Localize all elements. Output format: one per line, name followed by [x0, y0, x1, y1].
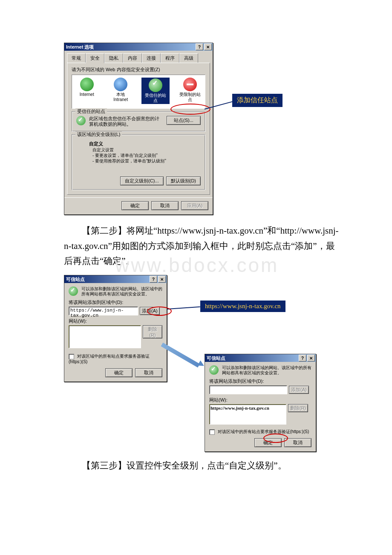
tab-privacy[interactable]: 隐私 — [104, 53, 123, 63]
custom-line2: - 要使用推荐的设置，请单击“默认级别” — [92, 158, 201, 164]
trusted-icon — [149, 78, 162, 92]
globe-icon — [80, 78, 94, 91]
websites-listbox[interactable] — [69, 325, 141, 348]
step3-paragraph: 【第三步】设置控件安全级别，点击“自定义级别”。 — [64, 458, 341, 474]
default-level-button[interactable]: 默认级别(D) — [166, 176, 201, 185]
custom-level-button[interactable]: 自定义级别(C)... — [120, 176, 163, 185]
https-checkbox[interactable] — [69, 354, 74, 359]
sites-button[interactable]: 站点(S)... — [167, 116, 201, 125]
tab-programs[interactable]: 程序 — [161, 53, 179, 63]
ok-button[interactable]: 确定 — [254, 438, 282, 447]
cancel-button[interactable]: 取消 — [135, 368, 162, 377]
trusted-legend: 受信任的站点 — [75, 108, 107, 115]
tab-content[interactable]: 内容 — [123, 53, 142, 63]
close-icon[interactable]: ✕ — [204, 43, 212, 50]
ok-button[interactable]: 确定 — [121, 201, 149, 210]
trusted-desc: 此区域包含您信任不会损害您的计算机或数据的网站。 — [89, 116, 163, 127]
custom-label: 自定义 — [89, 141, 201, 147]
intranet-icon — [114, 78, 127, 91]
security-level-group: 该区域的安全级别(L) 自定义 自定义设置 - 要更改设置，请单击“自定义级别”… — [72, 134, 205, 190]
check-icon — [76, 116, 86, 125]
apply-button[interactable]: 应用(A) — [181, 201, 208, 210]
websites-label: 网站(W): — [69, 318, 162, 324]
zone-local-intranet[interactable]: 本地 Intranet — [108, 78, 134, 104]
check-icon — [209, 365, 219, 375]
trusted-sites-dialog-before: 可信站点 ? ✕ 可以添加和删除该区域的网站。该区域中的所有网站都具有该区域的安… — [64, 275, 167, 382]
zone-restricted-sites[interactable]: 受限制的站 点 — [177, 78, 204, 104]
trusted-desc: 可以添加和删除该区域的网站。该区域中的所有网站都具有该区域的安全设置。 — [81, 286, 162, 297]
websites-listbox[interactable]: https://www.jsnj-n-tax.gov.cn — [209, 404, 286, 425]
close-icon[interactable]: ✕ — [158, 276, 166, 283]
dialog-title: 可信站点 — [66, 276, 85, 283]
internet-options-dialog: Internet 选项 ? ✕ 常规 安全 隐私 内容 连接 程序 高级 请为不… — [64, 43, 213, 215]
help-icon[interactable]: ? — [299, 355, 306, 361]
ok-button[interactable]: 确定 — [105, 368, 133, 377]
trusted-sites-group: 受信任的站点 此区域包含您信任不会损害您的计算机或数据的网站。 站点(S)... — [72, 111, 205, 132]
cancel-button[interactable]: 取消 — [284, 438, 311, 447]
help-icon[interactable]: ? — [150, 276, 157, 283]
zone-list: Internet 本地 Intranet 受信任的站 点 受限制的站 点 — [72, 75, 205, 109]
tab-advanced[interactable]: 高级 — [179, 53, 198, 63]
zone-instruction: 请为不同区域的 Web 内容指定安全设置(Z) — [72, 66, 205, 73]
tab-general[interactable]: 常规 — [67, 53, 86, 63]
dialog-titlebar[interactable]: Internet 选项 ? ✕ — [64, 43, 213, 51]
cancel-button[interactable]: 取消 — [151, 201, 179, 210]
dialog-titlebar[interactable]: 可信站点 ? ✕ — [205, 354, 316, 362]
https-checkbox[interactable] — [209, 429, 215, 435]
step2-paragraph: 【第二步】将网址“https://www.jsnj-n-tax.gov.cn”和… — [64, 223, 341, 269]
add-to-zone-label: 将该网站添加到区域中(D): — [69, 299, 162, 306]
restricted-icon — [183, 78, 197, 91]
add-button[interactable]: 添加(A) — [140, 307, 160, 315]
trusted-sites-dialog-after: 可信站点 ? ✕ 可以添加和删除该区域的网站。该区域中的所有网站都具有该区域的安… — [205, 354, 316, 452]
help-icon[interactable]: ? — [196, 43, 203, 50]
https-check-label: 对该区域中的所有站点要求服务器验证(https:)(S) — [69, 354, 150, 364]
tab-security[interactable]: 安全 — [86, 53, 104, 63]
level-legend: 该区域的安全级别(L) — [75, 131, 122, 138]
dialog-title: Internet 选项 — [66, 44, 94, 50]
list-item[interactable]: https://www.jsnj-n-tax.gov.cn — [210, 405, 285, 410]
add-button[interactable]: 添加(A) — [289, 386, 309, 394]
websites-label: 网站(W): — [209, 397, 311, 403]
url-input[interactable]: https://www.jsnj-n-tax.gov.cn — [69, 306, 138, 315]
callout-url: https://www.jsnj-n-tax.gov.cn — [200, 301, 285, 312]
callout-add-trusted: 添加信任站点 — [232, 94, 282, 107]
dialog-titlebar[interactable]: 可信站点 ? ✕ — [64, 275, 167, 283]
zone-internet[interactable]: Internet — [74, 78, 100, 104]
remove-button[interactable]: 删除(R) — [143, 325, 162, 338]
tab-connections[interactable]: 连接 — [142, 53, 161, 63]
custom-sub: 自定义设置 — [92, 147, 201, 153]
close-icon[interactable]: ✕ — [307, 355, 315, 361]
add-to-zone-label: 将该网站添加到区域中(D): — [209, 378, 311, 384]
trusted-desc: 可以添加和删除该区域的网站。该区域中的所有网站都具有该区域的安全设置。 — [222, 365, 311, 376]
zone-trusted-sites[interactable]: 受信任的站 点 — [141, 78, 170, 104]
url-input[interactable] — [209, 385, 287, 394]
https-check-label: 对该区域中的所有站点要求服务器验证(https:)(S) — [218, 429, 309, 434]
tab-strip: 常规 安全 隐私 内容 连接 程序 高级 — [67, 53, 210, 63]
dialog-title: 可信站点 — [207, 355, 225, 361]
check-icon — [69, 286, 78, 296]
remove-button[interactable]: 删除(R) — [288, 404, 308, 412]
custom-line1: - 要更改设置，请单击“自定义级别” — [92, 153, 201, 158]
